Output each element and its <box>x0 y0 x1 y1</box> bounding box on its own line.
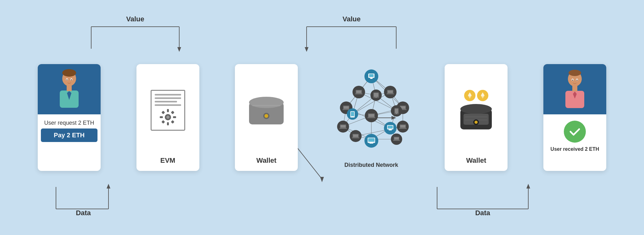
svg-point-33 <box>71 79 72 80</box>
svg-point-49 <box>264 114 268 118</box>
svg-rect-117 <box>351 112 354 116</box>
checkmark-icon <box>568 125 582 139</box>
evm-icon-area <box>136 64 199 153</box>
svg-rect-97 <box>388 90 393 93</box>
svg-point-159 <box>475 121 478 124</box>
wallet-left-card: Wallet <box>235 64 298 171</box>
pay-button[interactable]: Pay 2 ETH <box>41 128 97 142</box>
svg-rect-163 <box>572 86 577 91</box>
evm-card: EVM <box>136 64 199 171</box>
gear-icon <box>158 108 177 127</box>
svg-rect-28 <box>67 85 72 91</box>
svg-marker-20 <box>320 177 324 182</box>
svg-rect-39 <box>173 116 176 118</box>
svg-point-102 <box>375 97 376 98</box>
network-wrapper: Distributed Network <box>327 67 415 168</box>
evm-card-wrapper: EVM <box>136 64 199 171</box>
svg-rect-93 <box>356 90 361 93</box>
svg-rect-122 <box>367 117 375 118</box>
svg-rect-48 <box>252 105 280 106</box>
svg-rect-138 <box>352 138 359 138</box>
svg-point-168 <box>576 79 577 81</box>
svg-rect-89 <box>369 74 374 77</box>
svg-point-110 <box>396 113 397 114</box>
svg-rect-98 <box>386 94 394 94</box>
svg-rect-113 <box>344 106 349 109</box>
svg-rect-142 <box>369 143 373 144</box>
svg-marker-3 <box>177 47 181 52</box>
sender-avatar <box>55 68 83 109</box>
wallet-left-label: Wallet <box>256 153 276 171</box>
svg-marker-15 <box>526 184 530 189</box>
wallet-right-label: Wallet <box>466 153 486 171</box>
svg-point-167 <box>572 79 573 81</box>
svg-point-45 <box>249 97 284 108</box>
svg-point-35 <box>166 116 169 119</box>
sender-card: User request 2 ETH Pay 2 ETH <box>38 64 101 171</box>
network-svg <box>327 67 415 155</box>
svg-rect-129 <box>388 126 393 128</box>
evm-label: EVM <box>160 153 175 171</box>
svg-rect-141 <box>368 138 375 142</box>
main-flow: User request 2 ETH Pay 2 ETH <box>19 64 625 171</box>
wallet-with-coins <box>459 90 493 131</box>
svg-rect-94 <box>355 94 363 94</box>
wallet-right-icon-area <box>445 64 508 153</box>
wallet-left-card-wrapper: Wallet <box>235 64 298 171</box>
value-label-left: Value <box>126 15 144 23</box>
svg-rect-37 <box>167 122 169 125</box>
svg-point-26 <box>62 69 76 77</box>
svg-marker-11 <box>305 47 308 52</box>
svg-rect-38 <box>160 116 163 118</box>
svg-rect-101 <box>374 93 378 97</box>
network-circle <box>327 67 415 155</box>
receiver-card: User received 2 ETH <box>543 64 606 171</box>
svg-rect-130 <box>389 129 392 130</box>
svg-rect-134 <box>339 128 347 129</box>
wallet-right-card-wrapper: Wallet <box>445 64 508 171</box>
svg-rect-43 <box>171 120 174 123</box>
value-label-right: Value <box>342 15 360 23</box>
wallet-right-card: Wallet <box>445 64 508 171</box>
network-label: Distributed Network <box>344 162 398 168</box>
eth-coin-2 <box>477 90 488 101</box>
diagram-wrapper: Value Data Value D <box>0 0 644 235</box>
svg-rect-42 <box>161 120 165 123</box>
data-label-right: Data <box>475 209 490 217</box>
svg-rect-121 <box>369 114 374 117</box>
svg-rect-137 <box>353 134 358 137</box>
received-badge <box>564 121 586 143</box>
receiver-avatar-area <box>543 64 606 114</box>
svg-rect-146 <box>393 140 400 141</box>
svg-rect-109 <box>395 109 398 113</box>
wallet-left-icon <box>247 95 285 126</box>
received-text: User received 2 ETH <box>547 144 602 157</box>
svg-point-118 <box>352 116 353 117</box>
wallet-right-icon <box>459 103 493 131</box>
svg-marker-7 <box>107 184 110 189</box>
svg-rect-41 <box>171 111 174 114</box>
svg-point-161 <box>569 70 581 76</box>
svg-rect-36 <box>167 109 169 112</box>
user-request-text: User request 2 ETH <box>41 114 97 128</box>
svg-rect-133 <box>341 125 346 128</box>
diagram-container: Value Data Value D <box>0 0 644 235</box>
wallet-left-icon-area <box>235 64 298 153</box>
data-label-left: Data <box>76 209 91 217</box>
svg-point-32 <box>67 79 68 80</box>
svg-rect-125 <box>400 125 405 128</box>
svg-rect-145 <box>394 137 399 139</box>
receiver-card-wrapper: User received 2 ETH <box>543 64 606 171</box>
eth-coins <box>464 90 488 101</box>
svg-point-154 <box>460 104 492 114</box>
eth-coin-1 <box>464 90 475 101</box>
sender-card-wrapper: User request 2 ETH Pay 2 ETH <box>38 64 101 171</box>
svg-rect-90 <box>370 78 373 79</box>
receiver-avatar <box>561 69 589 110</box>
sender-avatar-area <box>38 64 101 114</box>
svg-rect-126 <box>399 128 407 129</box>
svg-rect-40 <box>161 111 165 114</box>
